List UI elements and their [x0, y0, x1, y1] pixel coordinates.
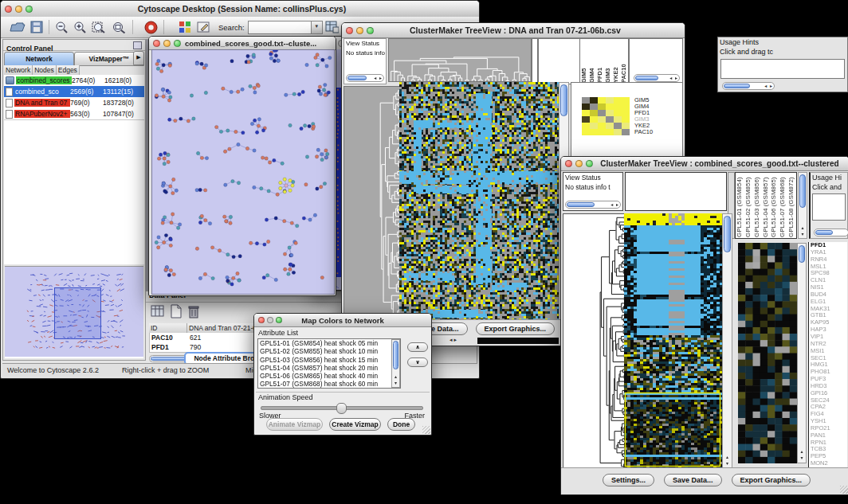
matrix-cell[interactable]: [606, 97, 614, 104]
data-table-id-header[interactable]: ID: [149, 323, 187, 333]
scrollbar-thumb[interactable]: [567, 202, 595, 207]
network-overview-canvas[interactable]: [5, 267, 143, 357]
control-panel-tab[interactable]: Network: [4, 52, 74, 66]
zoom-in-icon[interactable]: [73, 21, 87, 34]
gene-label[interactable]: GTB1: [811, 312, 847, 319]
delete-attribute-icon[interactable]: [187, 304, 200, 318]
attribute-item[interactable]: GPL51-03 (GSM856) heat shock 15 min: [258, 356, 400, 364]
scroll-down-icon[interactable]: ▾: [723, 461, 732, 467]
gene-label[interactable]: YSH1: [811, 418, 847, 425]
scroll-up-icon[interactable]: ▴: [723, 455, 732, 460]
matrix-cell[interactable]: [614, 129, 622, 135]
close-icon[interactable]: [258, 317, 265, 323]
attribute-item[interactable]: GPL51-04 (GSM857) heat shock 20 min: [258, 364, 400, 372]
attribute-browser-icon[interactable]: [325, 21, 339, 33]
select-attributes-icon[interactable]: [151, 304, 165, 318]
scroll-up-icon[interactable]: ▴: [798, 449, 806, 455]
matrix-cell[interactable]: [590, 129, 598, 135]
treeview-dna-titlebar[interactable]: ClusterMaker TreeView : DNA and Tran 07-…: [342, 23, 685, 38]
zoom-window-icon[interactable]: [26, 6, 33, 13]
attribute-item[interactable]: GPL51-01 (GSM854) heat shock 05 min: [258, 339, 400, 347]
gene-label[interactable]: PUF3: [811, 376, 847, 383]
column-label[interactable]: GPL51-08 (GSM872): [787, 174, 796, 237]
scrollbar-thumb[interactable]: [799, 174, 806, 208]
matrix-cell[interactable]: [590, 123, 598, 129]
zoom-window-icon[interactable]: [276, 317, 282, 323]
dna-heatmap-canvas[interactable]: [399, 82, 559, 320]
network-table-header-cell[interactable]: Nodes: [33, 65, 57, 75]
matrix-cell[interactable]: [582, 116, 590, 123]
gene-label[interactable]: FIG4: [811, 411, 847, 418]
column-label[interactable]: YKE2: [612, 40, 620, 83]
close-icon[interactable]: [565, 160, 572, 167]
attribute-list-vscrollbar[interactable]: ▴ ▾: [391, 339, 400, 388]
scrollbar-thumb[interactable]: [724, 84, 750, 88]
gene-label[interactable]: HAP3: [811, 326, 847, 334]
column-label[interactable]: GPL51-02 (GSM855): [744, 174, 753, 237]
front-labels-vscrollbar[interactable]: ▴ ▾: [798, 172, 807, 239]
minimize-icon[interactable]: [575, 160, 583, 167]
network-view-canvas[interactable]: [151, 49, 335, 295]
front-action-button[interactable]: Export Graphics...: [732, 474, 811, 486]
view-status-hscrollbar[interactable]: ◂ ▸: [346, 74, 384, 82]
resize-grip[interactable]: [422, 426, 430, 434]
scrollbar-thumb[interactable]: [724, 216, 731, 252]
resize-grip[interactable]: [840, 486, 848, 494]
front-heatmap-canvas[interactable]: [624, 213, 722, 469]
attribute-listbox[interactable]: GPL51-01 (GSM854) heat shock 05 minGPL51…: [257, 338, 401, 389]
attribute-item[interactable]: GPL51-02 (GSM855) heat shock 10 min: [258, 347, 400, 355]
column-label[interactable]: PAC10: [620, 40, 628, 83]
gene-label[interactable]: PFD1: [811, 242, 847, 249]
gene-label[interactable]: RPN1: [811, 440, 847, 447]
move-up-button[interactable]: ∧: [407, 342, 428, 352]
front-heatmap-vscrollbar[interactable]: ▴ ▾: [722, 213, 732, 469]
create-vizmap-button[interactable]: Create Vizmap: [329, 418, 381, 431]
scrollbar-thumb[interactable]: [347, 76, 367, 80]
matrix-cell[interactable]: [598, 97, 606, 104]
front-column-tree-area[interactable]: [625, 172, 727, 211]
column-label[interactable]: GIM3: [604, 40, 612, 83]
scroll-arrows[interactable]: ◂ ▸: [764, 83, 773, 90]
matrix-cell[interactable]: [614, 116, 622, 123]
gene-label[interactable]: PHO81: [811, 369, 847, 376]
gene-label[interactable]: KAP95: [811, 319, 847, 326]
matrix-cell[interactable]: [582, 129, 590, 135]
column-label[interactable]: GPL51-06 (GSM865): [770, 174, 779, 237]
view-status-hscrollbar[interactable]: ◂ ▸: [565, 201, 621, 209]
gene-label[interactable]: PAN1: [811, 432, 847, 440]
gene-label[interactable]: MAK31: [811, 306, 847, 313]
gene-label[interactable]: GPI16: [811, 390, 847, 397]
dna-action-button[interactable]: Export Graphics...: [476, 322, 556, 335]
matrix-cell[interactable]: [614, 104, 622, 110]
gene-label[interactable]: SEC24: [811, 397, 847, 404]
dna-rotated-column-labels[interactable]: GIM5GIM4PFD1GIM3YKE2PAC10: [579, 38, 629, 84]
dna-column-dendrogram[interactable]: [388, 38, 532, 82]
dna-summary-matrix[interactable]: [582, 97, 630, 135]
network-table-row[interactable]: combined_scores 2764(0) 16218(0): [4, 75, 144, 86]
scroll-up-icon[interactable]: ▴: [392, 374, 399, 380]
matrix-cell[interactable]: [606, 116, 614, 123]
front-action-button[interactable]: Settings...: [603, 474, 654, 486]
gene-label[interactable]: VIP1: [811, 334, 847, 341]
zoom-out-icon[interactable]: [55, 21, 69, 34]
matrix-cell[interactable]: [598, 116, 606, 123]
zoom-window-icon[interactable]: [174, 40, 181, 47]
matrix-cell[interactable]: [590, 104, 598, 110]
save-icon[interactable]: [30, 21, 43, 33]
attribute-item[interactable]: GPL51-07 (GSM868) heat shock 60 min: [258, 380, 400, 388]
animation-speed-slider[interactable]: [261, 406, 423, 410]
help-lifering-icon[interactable]: [144, 21, 158, 34]
scroll-arrows[interactable]: ◂ ▸: [669, 75, 678, 82]
open-file-icon[interactable]: [10, 21, 26, 33]
matrix-cell[interactable]: [598, 110, 606, 116]
matrix-cell[interactable]: [598, 129, 606, 135]
vizmap-icon[interactable]: [179, 21, 192, 33]
gene-label[interactable]: HMG1: [811, 361, 847, 369]
column-label[interactable]: GPL51-04 (GSM857): [762, 174, 771, 237]
matrix-cell[interactable]: [582, 104, 590, 110]
matrix-cell[interactable]: [582, 110, 590, 116]
column-label[interactable]: GPL51-01 (GSM854): [736, 174, 744, 237]
matrix-cell[interactable]: [622, 97, 630, 104]
scrollbar-thumb[interactable]: [635, 76, 658, 80]
gene-label[interactable]: SPC98: [811, 270, 847, 277]
